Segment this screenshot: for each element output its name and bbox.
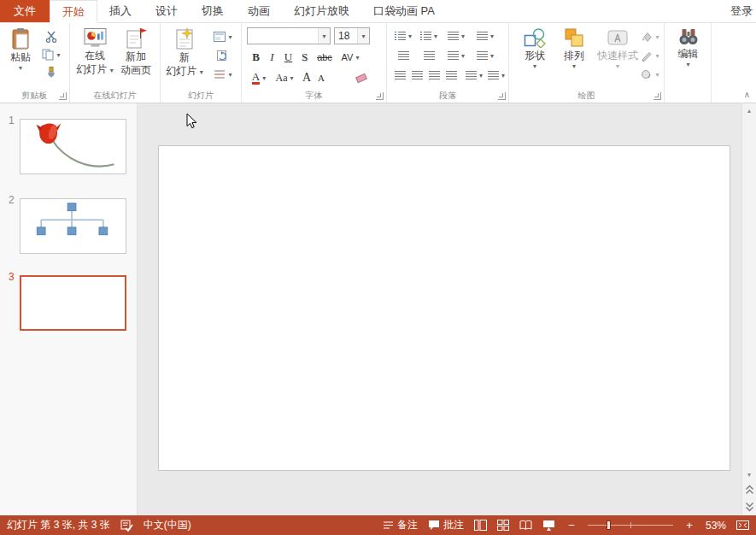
- vertical-scrollbar[interactable]: ▴ ▾: [741, 103, 756, 515]
- text-direction-button[interactable]: ▾: [472, 48, 498, 63]
- convert-smartart-button[interactable]: ▾: [486, 68, 507, 83]
- caret-down-icon: ▾: [686, 62, 689, 68]
- shape-fill-button[interactable]: ▾: [639, 29, 661, 44]
- columns-button[interactable]: ▾: [472, 28, 498, 44]
- fit-slide-to-window-button[interactable]: [736, 520, 749, 531]
- tab-slide-show[interactable]: 幻灯片放映: [282, 0, 361, 22]
- tab-transitions[interactable]: 切换: [190, 0, 236, 22]
- new-animation-page-button[interactable]: 新加 动画页: [116, 23, 155, 88]
- spell-check-button[interactable]: [120, 520, 133, 532]
- font-size-combo[interactable]: 18 ▾: [334, 27, 370, 44]
- text-shadow-button[interactable]: S: [297, 49, 312, 66]
- font-size-dropdown[interactable]: ▾: [357, 28, 369, 44]
- paragraph-dialog-launcher[interactable]: [498, 92, 506, 100]
- change-case-button[interactable]: Aa ▾: [273, 69, 296, 86]
- align-center-button[interactable]: [409, 68, 425, 83]
- slide-2-thumbnail[interactable]: [20, 198, 126, 254]
- clipboard-dialog-launcher[interactable]: [59, 92, 67, 100]
- paste-label: 粘贴: [10, 51, 31, 63]
- tab-home[interactable]: 开始: [50, 0, 97, 23]
- grow-font-button[interactable]: A: [300, 69, 314, 86]
- slide-3-thumbnail-selected[interactable]: [20, 275, 126, 331]
- underline-button[interactable]: U: [281, 49, 296, 66]
- scroll-up-button[interactable]: ▴: [742, 103, 756, 117]
- tab-animations[interactable]: 动画: [236, 0, 282, 22]
- zoom-percentage[interactable]: 53%: [706, 520, 726, 532]
- login-button[interactable]: 登录: [727, 0, 756, 22]
- paste-button[interactable]: 粘贴 ▾: [4, 23, 37, 88]
- font-dialog-launcher[interactable]: [376, 92, 384, 100]
- font-name-combo[interactable]: ▾: [247, 27, 331, 44]
- shapes-button[interactable]: 形状 ▾: [516, 23, 554, 88]
- ribbon-tab-bar: 文件 开始 插入 设计 切换 动画 幻灯片放映 口袋动画 PA 登录: [0, 0, 756, 23]
- normal-view-button[interactable]: [474, 520, 487, 531]
- drawing-dialog-launcher[interactable]: [653, 92, 661, 100]
- cut-button[interactable]: [39, 29, 63, 44]
- comments-label: 批注: [443, 518, 464, 532]
- section-button[interactable]: ▾: [208, 67, 237, 82]
- slideshow-view-button[interactable]: [542, 520, 555, 531]
- copy-icon: [42, 49, 54, 61]
- reading-view-button[interactable]: [519, 520, 532, 531]
- shape-effects-button[interactable]: ▾: [639, 67, 661, 82]
- align-text-button[interactable]: ▾: [464, 68, 484, 83]
- decrease-indent-button[interactable]: [392, 48, 414, 63]
- online-slides-button[interactable]: 在线 幻灯片 ▾: [75, 23, 114, 88]
- previous-slide-button[interactable]: [742, 481, 756, 498]
- bullets-button[interactable]: ▾: [392, 28, 414, 44]
- justify-button[interactable]: [443, 68, 459, 83]
- font-name-value: [248, 28, 318, 44]
- copy-button[interactable]: ▾: [39, 47, 63, 62]
- line-spacing-button[interactable]: ▾: [445, 28, 467, 44]
- scrollbar-track[interactable]: [742, 117, 756, 467]
- tab-pocket-animation[interactable]: 口袋动画 PA: [361, 0, 447, 22]
- increase-indent-button[interactable]: [418, 48, 440, 63]
- edit-button[interactable]: 编辑 ▾: [669, 23, 707, 88]
- slide-sorter-view-button[interactable]: [497, 520, 509, 531]
- font-group-label: 字体: [242, 90, 386, 102]
- font-color-button[interactable]: A ▾: [249, 69, 269, 86]
- pencil-icon: [641, 50, 653, 62]
- zoom-out-button[interactable]: −: [566, 520, 577, 531]
- shape-outline-button[interactable]: ▾: [639, 48, 661, 63]
- italic-button[interactable]: I: [265, 49, 279, 66]
- tulip-picture: [21, 120, 126, 173]
- org-chart-diagram: [21, 199, 126, 253]
- tab-insert[interactable]: 插入: [97, 0, 144, 22]
- next-slide-button[interactable]: [742, 498, 756, 515]
- scroll-down-button[interactable]: ▾: [742, 467, 756, 481]
- numbering-button[interactable]: ▾: [418, 28, 440, 44]
- quick-styles-button[interactable]: 快速样式 ▾: [595, 23, 641, 88]
- zoom-slider-thumb[interactable]: [607, 520, 611, 530]
- zoom-in-button[interactable]: +: [683, 520, 695, 531]
- slide-canvas[interactable]: [158, 145, 730, 471]
- align-right-button[interactable]: [426, 68, 442, 83]
- reset-slide-button[interactable]: [208, 48, 237, 63]
- new-slide-button[interactable]: 新 幻灯片 ▾: [165, 23, 204, 88]
- bold-button[interactable]: B: [249, 49, 263, 66]
- tab-file[interactable]: 文件: [0, 0, 50, 22]
- language-indicator[interactable]: 中文(中国): [144, 518, 191, 532]
- font-name-dropdown[interactable]: ▾: [318, 28, 330, 44]
- slide-layout-button[interactable]: ▾: [208, 29, 237, 44]
- notes-toggle[interactable]: 备注: [383, 518, 418, 532]
- normal-view-icon: [474, 520, 487, 531]
- clear-formatting-button[interactable]: [351, 69, 372, 86]
- character-spacing-button[interactable]: AV ▾: [337, 49, 363, 66]
- strikethrough-button[interactable]: abc: [314, 49, 336, 66]
- caret-down-icon: ▾: [434, 33, 437, 39]
- align-left-button[interactable]: [392, 68, 407, 83]
- tab-design[interactable]: 设计: [144, 0, 190, 22]
- format-painter-button[interactable]: [39, 65, 63, 80]
- arrange-button[interactable]: 排列 ▾: [555, 23, 593, 88]
- caret-down-icon: ▾: [19, 65, 22, 71]
- zoom-slider[interactable]: [588, 525, 673, 526]
- paragraph-spacing-button[interactable]: ▾: [445, 48, 467, 63]
- caret-down-icon: ▾: [262, 75, 266, 81]
- slide-1-thumbnail[interactable]: [20, 119, 126, 174]
- collapse-ribbon-button[interactable]: ∧: [744, 91, 750, 99]
- shrink-font-button[interactable]: A: [315, 69, 327, 86]
- comments-toggle[interactable]: 批注: [428, 518, 464, 532]
- quick-styles-label: 快速样式: [597, 50, 638, 62]
- page-with-flag-icon: [126, 27, 147, 49]
